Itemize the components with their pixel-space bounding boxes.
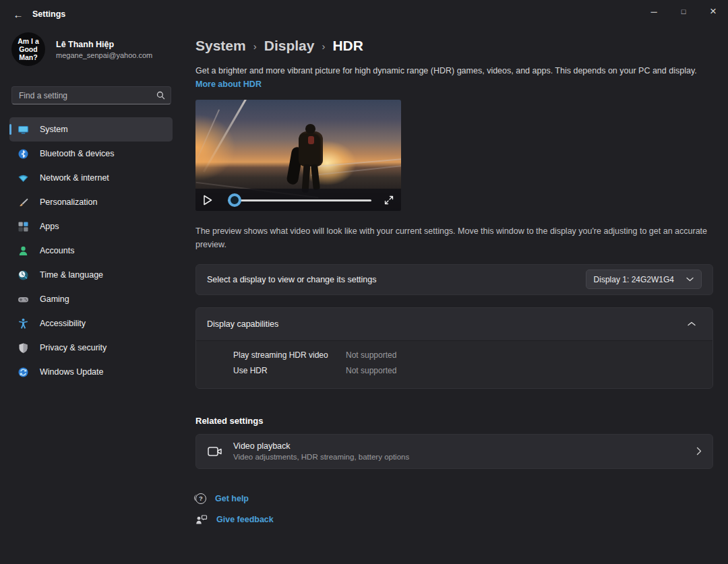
page-title: HDR — [332, 38, 363, 54]
collapse-button[interactable] — [681, 315, 702, 334]
sidebar-item-label: Apps — [40, 222, 59, 231]
main-content: System › Display › HDR Get a brighter an… — [182, 30, 728, 564]
sidebar-item-accounts[interactable]: Accounts — [9, 239, 173, 263]
search-input[interactable] — [19, 91, 156, 100]
video-seek-slider[interactable] — [228, 193, 371, 207]
give-feedback-label: Give feedback — [216, 515, 274, 524]
sidebar-item-label: Network & internet — [40, 173, 109, 183]
video-playback-icon — [207, 445, 223, 458]
sidebar-item-network[interactable]: Network & internet — [9, 166, 173, 190]
sidebar-item-privacy[interactable]: Privacy & security — [9, 336, 173, 360]
select-display-label: Select a display to view or change its s… — [207, 275, 377, 284]
display-capabilities-title: Display capabilities — [207, 319, 278, 329]
search-box[interactable] — [11, 86, 171, 104]
slider-thumb[interactable] — [228, 193, 241, 207]
hdr-video-preview — [195, 100, 401, 211]
bluetooth-icon — [18, 148, 29, 160]
sidebar-item-accessibility[interactable]: Accessibility — [9, 311, 173, 336]
minimize-button[interactable]: ─ — [639, 0, 669, 23]
sidebar-item-time-language[interactable]: Time & language — [9, 263, 173, 287]
fullscreen-icon — [384, 195, 394, 206]
video-playback-card[interactable]: Video playback Video adjustments, HDR st… — [195, 434, 713, 469]
search-icon — [156, 91, 165, 100]
get-help-link[interactable]: ? Get help — [195, 493, 713, 504]
windows-update-icon — [18, 367, 29, 378]
give-feedback-link[interactable]: Give feedback — [195, 514, 713, 525]
chevron-right-icon — [696, 447, 702, 456]
accounts-icon — [18, 245, 29, 257]
personalization-icon — [18, 197, 29, 208]
play-icon — [202, 194, 213, 206]
minimize-icon: ─ — [650, 7, 657, 17]
sidebar-item-label: Privacy & security — [40, 343, 107, 352]
breadcrumb-system[interactable]: System — [195, 38, 246, 54]
sidebar-item-bluetooth[interactable]: Bluetooth & devices — [9, 142, 173, 166]
sidebar-item-label: Personalization — [40, 197, 97, 207]
breadcrumb: System › Display › HDR — [195, 38, 713, 54]
avatar-text-line: Am I a — [18, 37, 39, 45]
fullscreen-button[interactable] — [384, 195, 394, 206]
sidebar-item-gaming[interactable]: Gaming — [9, 287, 173, 311]
system-icon — [18, 124, 29, 135]
sidebar-item-personalization[interactable]: Personalization — [9, 190, 173, 214]
time-language-icon — [18, 270, 29, 281]
sidebar-item-label: Windows Update — [40, 367, 104, 377]
breadcrumb-display[interactable]: Display — [264, 38, 315, 54]
sidebar-item-windows-update[interactable]: Windows Update — [9, 360, 173, 384]
avatar: Am I a Good Man? — [11, 32, 45, 66]
capability-value: Not supported — [346, 350, 396, 360]
back-button[interactable]: ← — [7, 4, 30, 24]
more-about-hdr-link[interactable]: More about HDR — [195, 80, 262, 89]
user-name: Lê Thanh Hiệp — [56, 40, 152, 49]
display-capabilities-header[interactable]: Display capabilities — [196, 308, 712, 340]
accessibility-icon — [18, 318, 29, 330]
network-icon — [18, 173, 29, 184]
display-dropdown[interactable]: Display 1: 24G2W1G4 — [586, 270, 702, 289]
display-dropdown-value: Display 1: 24G2W1G4 — [594, 275, 674, 284]
maximize-icon: □ — [681, 7, 686, 15]
sidebar-item-system[interactable]: System — [9, 117, 173, 142]
close-button[interactable]: × — [698, 0, 728, 23]
sidebar-item-label: Gaming — [40, 294, 69, 304]
gaming-icon — [18, 294, 29, 305]
capability-row: Use HDR Not supported — [196, 363, 712, 379]
apps-icon — [18, 221, 29, 232]
back-icon: ← — [13, 9, 24, 20]
slider-track — [228, 199, 371, 201]
preview-railing — [203, 100, 248, 173]
breadcrumb-separator: › — [253, 40, 257, 52]
get-help-icon: ? — [195, 493, 206, 504]
sidebar-item-label: Time & language — [40, 270, 103, 280]
related-settings-title: Related settings — [195, 416, 713, 426]
sidebar: Am I a Good Man? Lê Thanh Hiệp megane_se… — [0, 30, 182, 564]
play-button[interactable] — [202, 194, 213, 206]
sidebar-item-label: System — [40, 125, 68, 134]
chevron-down-icon — [686, 277, 694, 282]
sidebar-item-label: Accessibility — [40, 319, 86, 328]
video-controls-bar — [195, 189, 401, 211]
capability-label: Use HDR — [233, 366, 346, 375]
display-capabilities-card: Display capabilities Play streaming HDR … — [195, 307, 713, 389]
titlebar: ← Settings ─ □ × — [0, 0, 728, 30]
avatar-text-line: Good — [19, 45, 37, 53]
page-description: Get a brighter and more vibrant picture … — [195, 65, 713, 77]
sidebar-item-label: Accounts — [40, 246, 74, 255]
chevron-up-icon — [688, 321, 696, 326]
capability-label: Play streaming HDR video — [233, 350, 346, 360]
close-icon: × — [710, 5, 717, 18]
video-playback-subtitle: Video adjustments, HDR streaming, batter… — [233, 453, 409, 461]
user-profile[interactable]: Am I a Good Man? Lê Thanh Hiệp megane_se… — [11, 32, 152, 66]
preview-note: The preview shows what video will look l… — [195, 225, 713, 251]
sidebar-item-apps[interactable]: Apps — [9, 214, 173, 239]
footer-links: ? Get help Give feedback — [195, 493, 713, 525]
get-help-label: Get help — [215, 494, 249, 503]
select-display-row: Select a display to view or change its s… — [195, 264, 713, 295]
capability-row: Play streaming HDR video Not supported — [196, 348, 712, 363]
capability-value: Not supported — [346, 366, 396, 375]
maximize-button[interactable]: □ — [669, 0, 698, 23]
window-controls: ─ □ × — [639, 0, 728, 23]
sidebar-nav: System Bluetooth & devices Network & int… — [9, 117, 173, 384]
privacy-security-icon — [18, 342, 29, 354]
app-title: Settings — [32, 9, 65, 19]
sidebar-item-label: Bluetooth & devices — [40, 149, 115, 158]
